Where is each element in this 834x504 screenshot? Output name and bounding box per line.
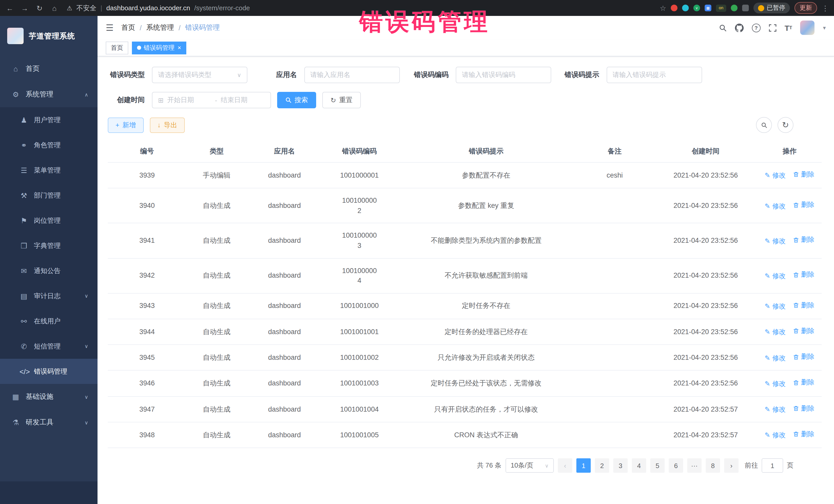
next-page-button[interactable]: › — [724, 458, 739, 473]
edit-link[interactable]: ✎修改 — [765, 328, 786, 337]
sidebar-item-menu-management[interactable]: ☰ 菜单管理 — [0, 158, 97, 183]
edit-link[interactable]: ✎修改 — [765, 431, 786, 441]
tab-home[interactable]: 首页 — [106, 41, 128, 54]
page-button-2[interactable]: 2 — [595, 458, 609, 473]
browser-menu-icon[interactable]: ⋮ — [822, 4, 829, 12]
security-label[interactable]: 不安全 — [76, 3, 96, 13]
refresh-table-button[interactable]: ↻ — [777, 117, 793, 133]
sidebar-item-home[interactable]: ⌂ 首页 — [0, 56, 97, 82]
delete-link[interactable]: 删除 — [793, 378, 814, 388]
cell-type: 自动生成 — [186, 371, 247, 396]
extension-on-badge-icon[interactable]: on — [716, 4, 726, 12]
delete-link[interactable]: 删除 — [793, 301, 814, 310]
delete-link[interactable]: 删除 — [793, 326, 814, 336]
calendar-icon: ⊞ — [158, 96, 164, 104]
sidebar-item-post-management[interactable]: ⚑ 岗位管理 — [0, 208, 97, 233]
page-button-1[interactable]: 1 — [576, 458, 591, 473]
page-button-5[interactable]: 5 — [650, 458, 665, 473]
error-code-type-select[interactable]: 请选择错误码类型 ∨ — [152, 67, 247, 83]
cell-type: 自动生成 — [186, 422, 247, 448]
page-button-3[interactable]: 3 — [613, 458, 628, 473]
date-range-picker[interactable]: ⊞ 开始日期 - 结束日期 — [152, 92, 271, 108]
cell-app: dashboard — [247, 345, 322, 371]
delete-link[interactable]: 删除 — [793, 352, 814, 362]
delete-link[interactable]: 删除 — [793, 200, 814, 210]
sidebar-item-department-management[interactable]: ⚒ 部门管理 — [0, 183, 97, 208]
sidebar-item-dictionary-management[interactable]: ❒ 字典管理 — [0, 233, 97, 258]
edit-link[interactable]: ✎修改 — [765, 236, 786, 246]
delete-link[interactable]: 删除 — [793, 270, 814, 280]
cell-code: 1001001002 — [322, 345, 397, 371]
error-hint-input[interactable]: 请输入错误码提示 — [607, 67, 702, 83]
tab-error-code-management[interactable]: 错误码管理 × — [132, 41, 186, 54]
sidebar-item-audit-log[interactable]: ▤ 审计日志 ∨ — [0, 283, 97, 308]
chevron-down-icon[interactable]: ▾ — [823, 24, 826, 31]
sidebar-item-infrastructure[interactable]: ▦ 基础设施 ∨ — [0, 384, 97, 410]
bookmark-star-icon[interactable]: ☆ — [660, 4, 666, 12]
page-button-6[interactable]: 6 — [669, 458, 683, 473]
extension-grid-icon[interactable]: ▦ — [705, 5, 711, 11]
extensions-puzzle-icon[interactable] — [742, 5, 749, 11]
delete-label: 删除 — [801, 326, 814, 336]
font-size-icon[interactable]: TT — [785, 23, 792, 32]
more-pages-button[interactable]: ··· — [687, 458, 702, 473]
export-button[interactable]: ↓ 导出 — [150, 117, 185, 133]
sidebar-item-user-management[interactable]: ♟ 用户管理 — [0, 107, 97, 132]
browser-update-button[interactable]: 更新 — [794, 2, 817, 14]
sidebar-collapse-bar[interactable] — [0, 481, 97, 504]
close-icon[interactable]: × — [178, 44, 181, 51]
fullscreen-icon[interactable] — [769, 24, 776, 31]
breadcrumb-system-management[interactable]: 系统管理 — [146, 23, 174, 32]
sidebar-fold-icon[interactable]: ☰ — [106, 22, 114, 33]
help-icon[interactable]: ? — [752, 23, 761, 32]
chevron-down-icon: ∨ — [84, 420, 88, 425]
add-button[interactable]: + 新增 — [108, 117, 144, 133]
sidebar-item-dev-tools[interactable]: ⚗ 研发工具 ∨ — [0, 410, 97, 435]
sidebar-item-notice-announcement[interactable]: ✉ 通知公告 — [0, 258, 97, 283]
browser-home-icon[interactable]: ⌂ — [50, 4, 59, 12]
page-button-4[interactable]: 4 — [632, 458, 646, 473]
column-header-actions: 操作 — [758, 140, 822, 162]
extension-green-icon[interactable]: v — [694, 5, 700, 11]
edit-link[interactable]: ✎修改 — [765, 353, 786, 363]
cell-hint: 只有开启状态的任务，才可以修改 — [397, 396, 576, 422]
edit-link[interactable]: ✎修改 — [765, 405, 786, 415]
sidebar-item-sms-management[interactable]: ✆ 短信管理 ∨ — [0, 334, 97, 359]
sidebar-item-online-users[interactable]: ⚯ 在线用户 — [0, 308, 97, 334]
goto-page-input[interactable] — [762, 458, 783, 473]
github-icon[interactable] — [735, 23, 744, 32]
delete-link[interactable]: 删除 — [793, 430, 814, 439]
delete-link[interactable]: 删除 — [793, 170, 814, 180]
table-row: 3941 自动生成 dashboard 100100000 3 不能删除类型为系… — [108, 223, 822, 258]
search-icon[interactable] — [719, 24, 727, 31]
toggle-search-button[interactable] — [756, 117, 772, 133]
extension-leaf-icon[interactable] — [731, 5, 738, 11]
extension-teal-icon[interactable] — [682, 5, 689, 11]
sidebar-item-system-management[interactable]: ⚙ 系统管理 ∧ — [0, 82, 97, 107]
avatar[interactable] — [800, 21, 815, 35]
extension-red-icon[interactable] — [671, 5, 678, 11]
page-button-8[interactable]: 8 — [706, 458, 720, 473]
search-button[interactable]: 搜索 — [277, 92, 316, 108]
page-size-select[interactable]: 10条/页 ∨ — [506, 458, 554, 473]
prev-page-button[interactable]: ‹ — [558, 458, 572, 473]
edit-link[interactable]: ✎修改 — [765, 171, 786, 181]
breadcrumb-home[interactable]: 首页 — [122, 23, 135, 32]
delete-link[interactable]: 删除 — [793, 235, 814, 245]
sidebar-item-error-code-management[interactable]: </> 错误码管理 — [0, 359, 97, 384]
reset-button[interactable]: ↻ 重置 — [322, 92, 361, 108]
edit-link[interactable]: ✎修改 — [765, 201, 786, 211]
browser-reload-icon[interactable]: ↻ — [35, 4, 44, 12]
delete-link[interactable]: 删除 — [793, 404, 814, 413]
edit-link[interactable]: ✎修改 — [765, 302, 786, 311]
profile-paused-chip[interactable]: 已暂停 — [753, 3, 790, 13]
update-label: 更新 — [799, 4, 812, 12]
app-name-input[interactable]: 请输入应用名 — [304, 67, 399, 83]
browser-back-icon[interactable]: ← — [5, 4, 14, 12]
edit-link[interactable]: ✎修改 — [765, 379, 786, 389]
sidebar-item-role-management[interactable]: ⚭ 角色管理 — [0, 132, 97, 158]
browser-forward-icon[interactable]: → — [20, 4, 29, 12]
address-bar[interactable]: ⚠ 不安全 | dashboard.yudao.iocoder.cn/syste… — [67, 3, 654, 13]
edit-link[interactable]: ✎修改 — [765, 271, 786, 281]
error-code-input[interactable]: 请输入错误码编码 — [456, 67, 551, 83]
